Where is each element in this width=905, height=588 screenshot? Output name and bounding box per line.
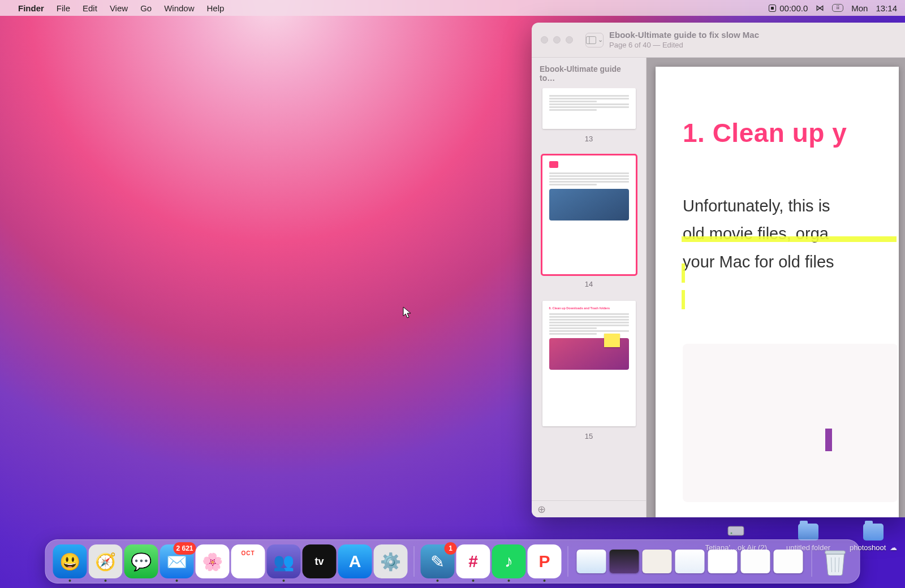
menu-app[interactable]: Finder bbox=[18, 3, 44, 13]
running-indicator bbox=[508, 580, 510, 582]
add-page-button[interactable]: ⊕ bbox=[537, 503, 546, 516]
thumbnail-number: 14 bbox=[542, 280, 636, 288]
dock-app-slack[interactable]: # bbox=[456, 544, 490, 578]
dock-minimized-window[interactable] bbox=[708, 550, 738, 573]
page-thumbnail[interactable]: 6. Clean up Downloads and Trash folders bbox=[542, 301, 636, 426]
badge-count: 1 bbox=[445, 542, 457, 555]
document-page: 1. Clean up y Unfortunately, this is old… bbox=[656, 67, 899, 517]
running-indicator bbox=[283, 580, 285, 582]
page-text: Unfortunately, this is bbox=[683, 192, 899, 220]
stop-record-icon[interactable] bbox=[769, 5, 776, 12]
page-thumbnail[interactable] bbox=[542, 155, 636, 274]
svg-point-3 bbox=[731, 533, 732, 534]
mouse-cursor-icon bbox=[403, 306, 412, 319]
dock-app-tv[interactable]: tv bbox=[303, 544, 337, 578]
running-indicator bbox=[437, 580, 439, 582]
sticky-note-icon bbox=[604, 334, 620, 347]
page-text: old movie files, orga bbox=[683, 220, 899, 248]
folder-icon bbox=[863, 524, 884, 541]
svg-rect-4 bbox=[825, 551, 846, 554]
screen-record-indicator[interactable]: 00:00.0 bbox=[769, 3, 808, 13]
dock-app-spotify[interactable]: ♪ bbox=[492, 544, 526, 578]
control-center-icon[interactable]: ⠿ bbox=[832, 4, 843, 12]
dock-minimized-window[interactable] bbox=[577, 550, 606, 573]
sidebar-icon bbox=[586, 36, 596, 44]
menu-bar: Finder File Edit View Go Window Help 00:… bbox=[0, 0, 905, 16]
menu-edit[interactable]: Edit bbox=[83, 3, 97, 13]
dock-minimized-window[interactable] bbox=[675, 550, 705, 573]
running-indicator bbox=[176, 580, 178, 582]
page-graphic bbox=[825, 429, 832, 451]
page-thumbnail[interactable] bbox=[542, 88, 636, 129]
minimize-button[interactable] bbox=[553, 36, 561, 44]
dock-app-appstore[interactable]: A bbox=[338, 544, 372, 578]
running-indicator bbox=[472, 580, 475, 582]
menu-go[interactable]: Go bbox=[140, 3, 152, 13]
highlight-annotation[interactable] bbox=[682, 236, 897, 242]
running-indicator bbox=[544, 580, 546, 582]
highlight-annotation[interactable] bbox=[682, 263, 685, 283]
dock-app-finder[interactable]: 😃 bbox=[53, 544, 87, 578]
folder-icon bbox=[798, 524, 818, 541]
document-title: Ebook-Ultimate guide to fix slow Mac bbox=[609, 30, 759, 41]
svg-rect-2 bbox=[728, 526, 744, 535]
disk-icon bbox=[726, 520, 746, 541]
dock-minimized-window[interactable] bbox=[610, 550, 639, 573]
thumbnail-number: 13 bbox=[542, 135, 636, 143]
menu-help[interactable]: Help bbox=[207, 3, 225, 13]
dock-app-settings[interactable]: ⚙️ bbox=[374, 544, 408, 578]
window-titlebar[interactable]: ⌄ Ebook-Ultimate guide to fix slow Mac P… bbox=[532, 23, 905, 58]
dock-separator bbox=[812, 546, 812, 577]
dock-minimized-window[interactable] bbox=[643, 550, 672, 573]
dock-app-mail[interactable]: ✉️ 2 621 bbox=[160, 544, 194, 578]
dock: 😃 🧭 💬 ✉️ 2 621 🌸 OCT 3 👥 tv A ⚙️ ✎ 1 # ♪… bbox=[45, 539, 860, 583]
running-indicator bbox=[69, 580, 71, 582]
dock-trash[interactable] bbox=[818, 544, 852, 578]
zoom-button[interactable] bbox=[566, 36, 573, 44]
page-heading: 1. Clean up y bbox=[683, 118, 899, 148]
highlight-annotation[interactable] bbox=[682, 290, 685, 309]
page-image-placeholder bbox=[683, 344, 898, 502]
document-page-status: Page 6 of 40 — Edited bbox=[609, 41, 759, 50]
thumbnail-number: 15 bbox=[542, 432, 636, 440]
dock-app-safari[interactable]: 🧭 bbox=[89, 544, 123, 578]
calendar-day: 3 bbox=[243, 556, 253, 573]
dock-app-calendar[interactable]: OCT 3 bbox=[231, 544, 265, 578]
thumbnail-sidebar: Ebook-Ultimate guide to… 13 bbox=[532, 58, 647, 517]
page-text: your Mac for old files bbox=[683, 248, 899, 276]
cloud-download-icon: ☁ bbox=[887, 543, 897, 552]
dock-app-teams[interactable]: 👥 bbox=[267, 544, 301, 578]
menu-window[interactable]: Window bbox=[164, 3, 194, 13]
menubar-extra-icon[interactable]: ⋈ bbox=[816, 3, 824, 13]
dock-app-photos[interactable]: 🌸 bbox=[196, 544, 230, 578]
close-button[interactable] bbox=[541, 36, 548, 44]
record-time: 00:00.0 bbox=[779, 3, 808, 13]
dock-separator bbox=[414, 546, 415, 577]
toggle-sidebar-button[interactable]: ⌄ bbox=[585, 33, 604, 47]
dock-app-messages[interactable]: 💬 bbox=[124, 544, 158, 578]
dock-separator bbox=[568, 546, 568, 577]
menubar-day[interactable]: Mon bbox=[851, 3, 868, 13]
dock-recents bbox=[577, 550, 803, 573]
svg-rect-0 bbox=[586, 36, 596, 44]
menu-file[interactable]: File bbox=[57, 3, 70, 13]
trash-icon bbox=[823, 547, 848, 576]
badge-count: 2 621 bbox=[173, 542, 196, 555]
chevron-down-icon: ⌄ bbox=[598, 36, 603, 44]
document-viewport[interactable]: 1. Clean up y Unfortunately, this is old… bbox=[647, 58, 905, 517]
traffic-lights bbox=[541, 36, 573, 44]
dock-app-drafts[interactable]: ✎ 1 bbox=[421, 544, 455, 578]
thumbnail-list[interactable]: 13 14 6. Clean up Downloads and Trash fo… bbox=[532, 88, 646, 500]
running-indicator bbox=[105, 580, 107, 582]
menu-view[interactable]: View bbox=[110, 3, 128, 13]
preview-window: ⌄ Ebook-Ultimate guide to fix slow Mac P… bbox=[532, 23, 905, 517]
dock-app-pdfexpert[interactable]: P bbox=[528, 544, 562, 578]
menubar-clock[interactable]: 13:14 bbox=[876, 3, 897, 13]
dock-minimized-window[interactable] bbox=[774, 550, 803, 573]
dock-minimized-window[interactable] bbox=[741, 550, 770, 573]
sidebar-doc-title: Ebook-Ultimate guide to… bbox=[532, 58, 646, 88]
